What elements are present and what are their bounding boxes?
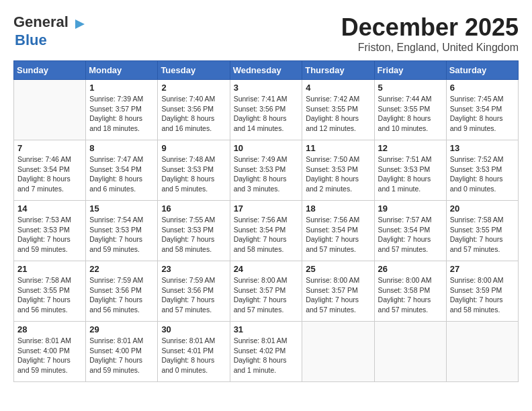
day-info: Sunrise: 8:00 AM Sunset: 3:57 PM Dayligh… xyxy=(306,275,370,315)
day-info: Sunrise: 8:00 AM Sunset: 3:57 PM Dayligh… xyxy=(234,275,299,315)
day-info: Sunrise: 7:51 AM Sunset: 3:53 PM Dayligh… xyxy=(378,154,443,194)
calendar-cell xyxy=(14,80,86,140)
calendar-cell: 21Sunrise: 7:58 AM Sunset: 3:55 PM Dayli… xyxy=(14,261,86,322)
day-number: 29 xyxy=(89,324,154,334)
day-info: Sunrise: 7:50 AM Sunset: 3:53 PM Dayligh… xyxy=(306,154,370,194)
day-info: Sunrise: 7:52 AM Sunset: 3:53 PM Dayligh… xyxy=(450,154,515,194)
calendar-cell xyxy=(302,322,374,382)
day-number: 26 xyxy=(378,264,443,274)
calendar-cell: 31Sunrise: 8:01 AM Sunset: 4:02 PM Dayli… xyxy=(230,322,302,382)
calendar-week: 21Sunrise: 7:58 AM Sunset: 3:55 PM Dayli… xyxy=(14,261,519,322)
day-number: 13 xyxy=(450,143,515,153)
svg-marker-0 xyxy=(75,19,85,29)
day-number: 14 xyxy=(17,203,82,214)
day-number: 15 xyxy=(89,203,154,214)
calendar-cell: 12Sunrise: 7:51 AM Sunset: 3:53 PM Dayli… xyxy=(374,140,446,201)
day-number: 11 xyxy=(306,143,370,153)
day-number: 10 xyxy=(234,143,299,153)
day-number: 18 xyxy=(306,203,370,214)
day-info: Sunrise: 8:00 AM Sunset: 3:59 PM Dayligh… xyxy=(450,275,515,315)
day-number: 31 xyxy=(234,324,299,334)
calendar-week: 1Sunrise: 7:39 AM Sunset: 3:57 PM Daylig… xyxy=(14,80,519,140)
day-number: 8 xyxy=(89,143,154,153)
calendar-table: SundayMondayTuesdayWednesdayThursdayFrid… xyxy=(13,60,519,382)
header-day: Sunday xyxy=(14,61,86,80)
calendar-cell: 1Sunrise: 7:39 AM Sunset: 3:57 PM Daylig… xyxy=(86,80,158,140)
title-area: December 2025 Friston, England, United K… xyxy=(341,13,519,54)
day-info: Sunrise: 7:48 AM Sunset: 3:53 PM Dayligh… xyxy=(161,154,226,194)
calendar-cell: 4Sunrise: 7:42 AM Sunset: 3:55 PM Daylig… xyxy=(302,80,374,140)
calendar-cell: 5Sunrise: 7:44 AM Sunset: 3:55 PM Daylig… xyxy=(374,80,446,140)
day-number: 20 xyxy=(450,203,515,214)
calendar-cell: 11Sunrise: 7:50 AM Sunset: 3:53 PM Dayli… xyxy=(302,140,374,201)
calendar-cell: 22Sunrise: 7:59 AM Sunset: 3:56 PM Dayli… xyxy=(86,261,158,322)
calendar-header: SundayMondayTuesdayWednesdayThursdayFrid… xyxy=(14,61,519,80)
calendar-cell: 26Sunrise: 8:00 AM Sunset: 3:58 PM Dayli… xyxy=(374,261,446,322)
calendar-cell: 14Sunrise: 7:53 AM Sunset: 3:53 PM Dayli… xyxy=(14,201,86,261)
day-info: Sunrise: 7:47 AM Sunset: 3:54 PM Dayligh… xyxy=(89,154,154,194)
header-day: Wednesday xyxy=(230,61,302,80)
calendar-cell: 6Sunrise: 7:45 AM Sunset: 3:54 PM Daylig… xyxy=(446,80,518,140)
day-number: 6 xyxy=(450,83,515,93)
day-number: 21 xyxy=(17,264,82,274)
day-info: Sunrise: 8:01 AM Sunset: 4:01 PM Dayligh… xyxy=(161,336,226,375)
location: Friston, England, United Kingdom xyxy=(341,42,519,54)
day-number: 4 xyxy=(306,83,370,93)
calendar-cell: 20Sunrise: 7:58 AM Sunset: 3:55 PM Dayli… xyxy=(446,201,518,261)
calendar-cell: 3Sunrise: 7:41 AM Sunset: 3:56 PM Daylig… xyxy=(230,80,302,140)
calendar-cell: 24Sunrise: 8:00 AM Sunset: 3:57 PM Dayli… xyxy=(230,261,302,322)
calendar-body: 1Sunrise: 7:39 AM Sunset: 3:57 PM Daylig… xyxy=(14,80,519,382)
calendar-week: 14Sunrise: 7:53 AM Sunset: 3:53 PM Dayli… xyxy=(14,201,519,261)
calendar-cell: 19Sunrise: 7:57 AM Sunset: 3:54 PM Dayli… xyxy=(374,201,446,261)
calendar-cell: 30Sunrise: 8:01 AM Sunset: 4:01 PM Dayli… xyxy=(158,322,230,382)
day-number: 23 xyxy=(161,264,226,274)
calendar-cell: 8Sunrise: 7:47 AM Sunset: 3:54 PM Daylig… xyxy=(86,140,158,201)
day-info: Sunrise: 8:01 AM Sunset: 4:00 PM Dayligh… xyxy=(89,336,154,375)
day-info: Sunrise: 7:42 AM Sunset: 3:55 PM Dayligh… xyxy=(306,94,370,134)
month-title: December 2025 xyxy=(341,13,519,42)
calendar-week: 28Sunrise: 8:01 AM Sunset: 4:00 PM Dayli… xyxy=(14,322,519,382)
day-number: 22 xyxy=(89,264,154,274)
day-number: 9 xyxy=(161,143,226,153)
calendar-cell: 15Sunrise: 7:54 AM Sunset: 3:53 PM Dayli… xyxy=(86,201,158,261)
calendar-week: 7Sunrise: 7:46 AM Sunset: 3:54 PM Daylig… xyxy=(14,140,519,201)
header-day: Thursday xyxy=(302,61,374,80)
day-info: Sunrise: 7:58 AM Sunset: 3:55 PM Dayligh… xyxy=(450,215,515,255)
header-day: Tuesday xyxy=(158,61,230,80)
day-info: Sunrise: 7:59 AM Sunset: 3:56 PM Dayligh… xyxy=(161,275,226,315)
calendar-cell: 28Sunrise: 8:01 AM Sunset: 4:00 PM Dayli… xyxy=(14,322,86,382)
day-number: 30 xyxy=(161,324,226,334)
day-info: Sunrise: 7:41 AM Sunset: 3:56 PM Dayligh… xyxy=(234,94,299,134)
day-number: 2 xyxy=(161,83,226,93)
day-info: Sunrise: 7:58 AM Sunset: 3:55 PM Dayligh… xyxy=(17,275,82,315)
day-number: 27 xyxy=(450,264,515,274)
header-day: Monday xyxy=(86,61,158,80)
day-number: 17 xyxy=(234,203,299,214)
day-number: 12 xyxy=(378,143,443,153)
calendar-cell: 10Sunrise: 7:49 AM Sunset: 3:53 PM Dayli… xyxy=(230,140,302,201)
logo-line2: Blue xyxy=(15,32,47,48)
calendar-cell: 16Sunrise: 7:55 AM Sunset: 3:53 PM Dayli… xyxy=(158,201,230,261)
day-number: 24 xyxy=(234,264,299,274)
day-number: 19 xyxy=(378,203,443,214)
day-number: 5 xyxy=(378,83,443,93)
day-info: Sunrise: 7:45 AM Sunset: 3:54 PM Dayligh… xyxy=(450,94,515,134)
logo-line1: General xyxy=(13,13,69,30)
calendar-cell: 25Sunrise: 8:00 AM Sunset: 3:57 PM Dayli… xyxy=(302,261,374,322)
day-number: 1 xyxy=(89,83,154,93)
calendar-cell: 17Sunrise: 7:56 AM Sunset: 3:54 PM Dayli… xyxy=(230,201,302,261)
day-info: Sunrise: 7:55 AM Sunset: 3:53 PM Dayligh… xyxy=(161,215,226,255)
calendar-cell: 7Sunrise: 7:46 AM Sunset: 3:54 PM Daylig… xyxy=(14,140,86,201)
day-info: Sunrise: 7:56 AM Sunset: 3:54 PM Dayligh… xyxy=(306,215,370,255)
logo: General Blue xyxy=(13,13,87,49)
day-number: 28 xyxy=(17,324,82,334)
calendar-cell: 23Sunrise: 7:59 AM Sunset: 3:56 PM Dayli… xyxy=(158,261,230,322)
day-number: 16 xyxy=(161,203,226,214)
day-info: Sunrise: 8:01 AM Sunset: 4:00 PM Dayligh… xyxy=(17,336,82,375)
day-info: Sunrise: 7:39 AM Sunset: 3:57 PM Dayligh… xyxy=(89,94,154,134)
calendar-cell: 27Sunrise: 8:00 AM Sunset: 3:59 PM Dayli… xyxy=(446,261,518,322)
day-info: Sunrise: 7:53 AM Sunset: 3:53 PM Dayligh… xyxy=(17,215,82,255)
day-info: Sunrise: 7:54 AM Sunset: 3:53 PM Dayligh… xyxy=(89,215,154,255)
calendar-cell: 13Sunrise: 7:52 AM Sunset: 3:53 PM Dayli… xyxy=(446,140,518,201)
day-number: 3 xyxy=(234,83,299,93)
